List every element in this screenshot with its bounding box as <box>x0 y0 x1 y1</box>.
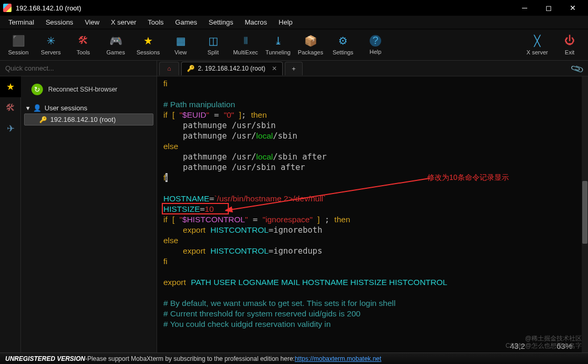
key-icon: 🔑 <box>187 65 195 72</box>
folder-icon: 👤 <box>33 104 41 112</box>
tree-session-label: 192.168.142.10 (root) <box>50 116 116 123</box>
gear-icon: ⚙ <box>337 35 349 47</box>
packages-icon: 📦 <box>304 35 317 47</box>
session-icon: ⬛ <box>12 35 25 47</box>
tool-xserver[interactable]: ╳X server <box>521 30 553 60</box>
multiexec-icon: ⫴ <box>239 35 252 47</box>
split-icon: ◫ <box>207 35 219 47</box>
sidebar-tab-tools[interactable]: 🛠 <box>0 97 21 118</box>
tree-session-item[interactable]: 🔑 192.168.142.10 (root) <box>24 113 153 126</box>
games-icon: 🎮 <box>109 35 122 47</box>
tool-split[interactable]: ◫Split <box>197 30 229 60</box>
menu-help[interactable]: Help <box>273 16 298 28</box>
tunneling-icon: ⤓ <box>272 35 284 47</box>
scrollbar-thumb[interactable] <box>582 181 587 244</box>
tool-packages[interactable]: 📦Packages <box>294 30 327 60</box>
minimize-button[interactable]: ─ <box>513 0 537 16</box>
star-icon: ★ <box>142 35 154 47</box>
menu-sessions[interactable]: Sessions <box>40 16 79 28</box>
tool-settings[interactable]: ⚙Settings <box>327 30 359 60</box>
tools-icon: 🛠 <box>77 35 90 47</box>
sidebar-tabs: ★ 🛠 ✈ <box>0 76 21 352</box>
menu-terminal[interactable]: Terminal <box>3 16 39 28</box>
app-icon <box>3 4 12 12</box>
watermark-csdn: CSDN @怎么也想不出名字 <box>505 342 582 350</box>
tab-close-icon[interactable]: ✕ <box>272 65 277 72</box>
scrollbar-vertical[interactable] <box>582 76 588 352</box>
tab-label: 2. 192.168.142.10 (root) <box>198 65 265 72</box>
tool-help[interactable]: ?Help <box>359 30 392 60</box>
menu-tools[interactable]: Tools <box>142 16 169 28</box>
statusbar-link[interactable]: https://mobaxterm.mobatek.net <box>295 355 381 362</box>
reconnect-ssh-button[interactable]: ↻ Reconnect SSH-browser <box>24 79 153 103</box>
annotation-text: 修改为10条命令记录显示 <box>427 172 509 183</box>
view-icon: ▦ <box>174 35 187 47</box>
help-icon: ? <box>370 35 381 47</box>
menu-view[interactable]: View <box>80 16 105 28</box>
statusbar-msg: Please support MobaXterm by subscribing … <box>87 355 295 362</box>
reconnect-icon: ↻ <box>31 84 43 95</box>
exit-icon: ⏻ <box>563 35 576 47</box>
sidebar: Quick connect... ★ 🛠 ✈ ↻ Reconnect SSH-b… <box>0 61 157 352</box>
reconnect-label: Reconnect SSH-browser <box>48 86 117 93</box>
toolbar: ⬛Session ✳Servers 🛠Tools 🎮Games ★Session… <box>0 29 588 61</box>
tool-sessions[interactable]: ★Sessions <box>132 30 164 60</box>
tool-games[interactable]: 🎮Games <box>99 30 132 60</box>
servers-icon: ✳ <box>45 35 57 47</box>
sidebar-content: ↻ Reconnect SSH-browser ▾ 👤 User session… <box>21 76 157 352</box>
quick-connect-input[interactable]: Quick connect... <box>0 61 157 76</box>
window-title: 192.168.142.10 (root) <box>16 4 513 12</box>
menubar: Terminal Sessions View X server Tools Ga… <box>0 16 588 29</box>
unregistered-label: UNREGISTERED VERSION <box>5 355 85 362</box>
menu-macros[interactable]: Macros <box>239 16 272 28</box>
maximize-button[interactable]: ◻ <box>537 0 561 16</box>
xserver-icon: ╳ <box>531 35 543 47</box>
key-icon: 🔑 <box>39 116 47 123</box>
titlebar: 192.168.142.10 (root) ─ ◻ ✕ <box>0 0 588 16</box>
tool-session[interactable]: ⬛Session <box>2 30 35 60</box>
tool-tools[interactable]: 🛠Tools <box>67 30 99 60</box>
tab-home[interactable]: ⌂ <box>159 62 179 75</box>
tool-tunneling[interactable]: ⤓Tunneling <box>262 30 294 60</box>
menu-settings[interactable]: Settings <box>204 16 239 28</box>
menu-games[interactable]: Games <box>170 16 203 28</box>
paperclip-icon[interactable]: 📎 <box>570 61 585 76</box>
tab-strip: ⌂ 🔑 2. 192.168.142.10 (root) ✕ ＋ 📎 <box>157 61 588 76</box>
sidebar-tab-star[interactable]: ★ <box>0 76 21 97</box>
terminal-output[interactable]: fi # Path manipulation if [ "$EUID" = "0… <box>157 76 588 352</box>
home-icon: ⌂ <box>167 65 171 72</box>
statusbar: UNREGISTERED VERSION - Please support Mo… <box>0 352 588 364</box>
tool-servers[interactable]: ✳Servers <box>35 30 67 60</box>
main-area: Quick connect... ★ 🛠 ✈ ↻ Reconnect SSH-b… <box>0 61 588 352</box>
tool-multiexec[interactable]: ⫴MultiExec <box>229 30 262 60</box>
tool-view[interactable]: ▦View <box>164 30 197 60</box>
menu-xserver[interactable]: X server <box>106 16 141 28</box>
close-button[interactable]: ✕ <box>561 0 585 16</box>
terminal-area: ⌂ 🔑 2. 192.168.142.10 (root) ✕ ＋ 📎 fi # … <box>157 61 588 352</box>
chevron-icon: ▾ <box>26 104 30 112</box>
tool-exit[interactable]: ⏻Exit <box>553 30 586 60</box>
tree-folder-label: User sessions <box>45 104 87 112</box>
tab-session-active[interactable]: 🔑 2. 192.168.142.10 (root) ✕ <box>181 62 283 75</box>
sidebar-tab-send[interactable]: ✈ <box>0 118 21 139</box>
tree-folder-user-sessions[interactable]: ▾ 👤 User sessions <box>24 103 153 113</box>
plus-icon: ＋ <box>291 64 297 73</box>
tab-new[interactable]: ＋ <box>285 62 303 75</box>
